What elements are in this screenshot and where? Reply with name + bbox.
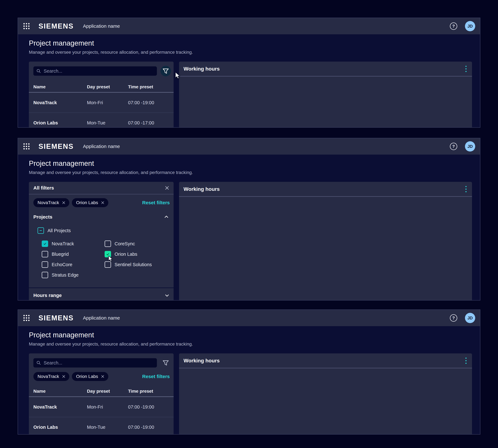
table-row[interactable]: Orion Labs Mon-Tue 07:00 -17:00	[29, 113, 174, 128]
filter-chip[interactable]: NovaTrack	[33, 198, 69, 207]
chevron-up-icon	[164, 214, 169, 220]
filter-icon	[162, 360, 169, 366]
page-title: Project management	[29, 331, 472, 339]
app-topbar: SIEMENS Application name ? JD	[18, 310, 480, 326]
presets-table: Name Day preset Time preset NovaTrack Mo…	[29, 386, 174, 434]
app-launcher-icon[interactable]	[23, 22, 30, 30]
application-name: Application name	[83, 144, 120, 149]
all-filters-title: All filters	[33, 185, 54, 191]
presets-card: NovaTrack Orion Labs Reset filters Name …	[29, 353, 174, 434]
siemens-logo: SIEMENS	[38, 22, 74, 30]
table-header: Name Day preset Time preset	[29, 386, 174, 397]
working-hours-card: Working hours	[179, 62, 472, 128]
checkbox-unchecked[interactable]	[42, 251, 48, 257]
presets-table: Name Day preset Time preset NovaTrack Mo…	[29, 82, 174, 128]
page-title: Project management	[29, 39, 472, 47]
page-subtitle: Manage and oversee your projects, resour…	[29, 50, 472, 55]
mouse-cursor	[175, 72, 180, 79]
chip-remove-icon[interactable]	[100, 374, 105, 379]
avatar[interactable]: JD	[465, 21, 475, 31]
checkbox-unchecked[interactable]	[42, 272, 48, 278]
checkbox-row-sentinel-solutions[interactable]: Sentinel Solutions	[105, 261, 174, 268]
search-field[interactable]	[43, 68, 154, 74]
search-input[interactable]	[33, 358, 157, 368]
all-projects-checkbox[interactable]	[37, 227, 44, 234]
checkbox-unchecked[interactable]	[42, 261, 48, 268]
filter-chip[interactable]: Orion Labs	[72, 372, 108, 381]
app-launcher-icon[interactable]	[23, 143, 30, 150]
search-icon	[36, 360, 41, 366]
kebab-menu-icon[interactable]	[464, 185, 468, 193]
search-input[interactable]	[33, 66, 157, 76]
checkbox-row-orion-labs[interactable]: Orion Labs	[105, 251, 174, 257]
page-subtitle: Manage and oversee your projects, resour…	[29, 341, 472, 347]
working-hours-title: Working hours	[183, 66, 220, 72]
kebab-menu-icon[interactable]	[464, 64, 468, 73]
filter-button[interactable]	[160, 66, 171, 76]
siemens-logo: SIEMENS	[38, 314, 74, 322]
presets-card: Name Day preset Time preset NovaTrack Mo…	[29, 62, 174, 128]
checkbox-row-stratus-edge[interactable]: Stratus Edge	[42, 272, 105, 278]
avatar[interactable]: JD	[465, 141, 475, 152]
screen-state-filters-open: SIEMENS Application name ? JD Project ma…	[18, 138, 480, 301]
checkbox-row-echocore[interactable]: EchoCore	[42, 261, 105, 268]
search-icon	[36, 68, 41, 74]
all-projects-checkbox-row[interactable]: All Projects	[37, 227, 174, 234]
chip-remove-icon[interactable]	[62, 374, 66, 379]
app-topbar: SIEMENS Application name ? JD	[18, 18, 480, 34]
application-name: Application name	[83, 23, 120, 29]
chip-remove-icon[interactable]	[100, 201, 105, 205]
working-hours-card: Working hours	[179, 353, 472, 434]
table-row[interactable]: NovaTrack Mon-Fri 07:00 -19:00	[29, 93, 174, 113]
all-filters-panel: All filters NovaTrack Orion Labs Reset f…	[29, 182, 174, 301]
table-row[interactable]: Orion Labs Mon-Tue 07:00 -19:00	[29, 417, 174, 434]
table-header: Name Day preset Time preset	[29, 82, 174, 93]
chevron-down-icon	[164, 293, 170, 298]
working-hours-title: Working hours	[183, 186, 220, 192]
mouse-cursor	[108, 256, 113, 262]
help-icon[interactable]: ?	[450, 22, 457, 30]
filter-chip[interactable]: NovaTrack	[33, 372, 69, 381]
help-icon[interactable]: ?	[450, 143, 457, 150]
reset-filters-link[interactable]: Reset filters	[142, 374, 170, 379]
screen-state-filtered: SIEMENS Application name ? JD Project ma…	[18, 309, 480, 434]
hours-range-section-header[interactable]: Hours range	[29, 288, 174, 301]
col-name: Name	[33, 84, 87, 89]
close-icon[interactable]	[164, 185, 170, 191]
checkbox-unchecked[interactable]	[105, 261, 111, 268]
search-field[interactable]	[43, 360, 154, 366]
filter-icon	[162, 68, 169, 74]
working-hours-title: Working hours	[183, 358, 220, 364]
col-day-preset: Day preset	[87, 389, 128, 394]
screen-state-default: SIEMENS Application name ? JD Project ma…	[18, 18, 480, 128]
app-launcher-icon[interactable]	[23, 314, 30, 322]
checkbox-unchecked[interactable]	[105, 240, 111, 247]
projects-section-header[interactable]: Projects	[29, 209, 174, 220]
working-hours-card: Working hours	[179, 182, 472, 301]
checkbox-row-bluegrid[interactable]: Bluegrid	[42, 251, 105, 257]
siemens-logo: SIEMENS	[38, 142, 74, 150]
checkbox-row-coresync[interactable]: CoreSync	[105, 240, 174, 247]
col-day-preset: Day preset	[87, 84, 128, 89]
checkbox-row-novatrack[interactable]: NovaTrack	[42, 240, 105, 247]
chip-remove-icon[interactable]	[62, 201, 66, 205]
col-time-preset: Time preset	[128, 389, 174, 394]
filter-chip[interactable]: Orion Labs	[72, 198, 108, 207]
project-options-grid: NovaTrack CoreSync Bluegrid Ori	[42, 240, 174, 278]
checkbox-checked[interactable]	[42, 240, 48, 247]
col-time-preset: Time preset	[128, 84, 174, 89]
page-title: Project management	[29, 159, 472, 167]
col-name: Name	[33, 389, 87, 394]
reset-filters-link[interactable]: Reset filters	[142, 200, 170, 205]
avatar[interactable]: JD	[465, 313, 475, 323]
filter-button[interactable]	[160, 358, 171, 368]
application-name: Application name	[83, 315, 120, 321]
page-subtitle: Manage and oversee your projects, resour…	[29, 170, 472, 175]
kebab-menu-icon[interactable]	[464, 356, 468, 365]
table-row[interactable]: NovaTrack Mon-Fri 07:00 -19:00	[29, 397, 174, 417]
help-icon[interactable]: ?	[450, 314, 457, 322]
app-topbar: SIEMENS Application name ? JD	[18, 138, 480, 155]
